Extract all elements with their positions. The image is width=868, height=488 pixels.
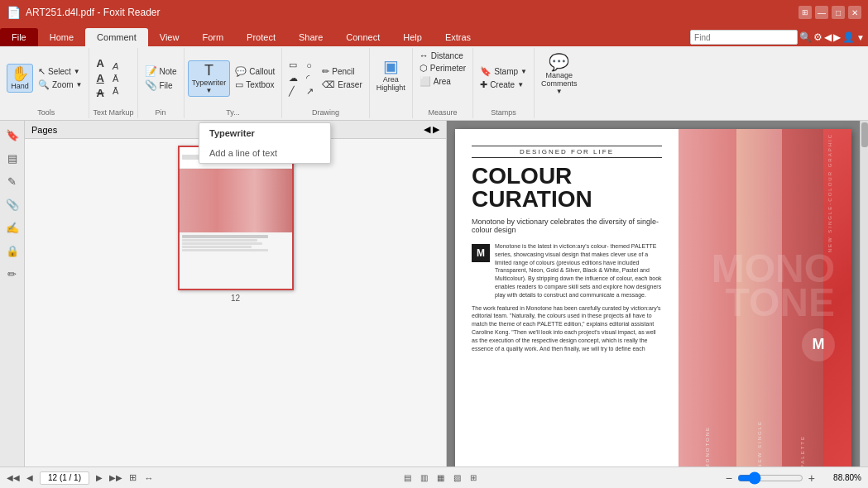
note-button[interactable]: 📝 Note	[141, 65, 180, 78]
arc-draw-button[interactable]: ◜	[303, 72, 317, 84]
cloud-icon: ☁	[289, 73, 298, 84]
manage-comments-button[interactable]: 💬 Manage Comments ▼	[538, 50, 581, 99]
nav-forward-icon[interactable]: ▶	[833, 31, 841, 43]
tab-home[interactable]: Home	[38, 28, 85, 46]
text-markup-btn-3[interactable]: A	[93, 86, 107, 100]
view-mode-icon-2[interactable]: ▥	[417, 471, 430, 485]
user-icon[interactable]: 👤	[842, 31, 855, 43]
typewriter-dropdown: Typewriter Add a line of text	[199, 122, 331, 164]
area-button[interactable]: ⬜ Area	[416, 75, 469, 88]
arrow-draw-button[interactable]: ↗	[303, 85, 317, 98]
search-icon[interactable]: 🔍	[799, 31, 812, 43]
view-mode-icon-3[interactable]: ▦	[434, 471, 447, 485]
tab-file[interactable]: File	[0, 28, 38, 46]
rect-draw-button[interactable]: ▭	[285, 59, 301, 71]
oval-icon: ○	[306, 60, 312, 70]
perimeter-button[interactable]: ⬡ Perimeter	[416, 62, 469, 74]
sidebar-prev-icon[interactable]: ◀	[424, 124, 430, 135]
text-markup-btn-1[interactable]: A	[93, 56, 107, 70]
tab-connect[interactable]: Connect	[334, 28, 391, 46]
note-icon: 📝	[145, 65, 157, 77]
dropdown-arrow-icon[interactable]: ▼	[856, 33, 865, 42]
zoom-slider[interactable]	[737, 473, 803, 483]
grid-icon[interactable]: ⊞	[798, 6, 812, 19]
line-draw-button[interactable]: ╱	[285, 85, 301, 98]
annotation-icon[interactable]: ✎	[3, 172, 22, 190]
typewriter-add-line-item[interactable]: Add a line of text	[199, 143, 330, 163]
settings-icon[interactable]: ⚙	[813, 31, 822, 43]
hand-button[interactable]: ✋ Hand	[7, 64, 33, 93]
typewriter-button[interactable]: T Typewriter ▼	[188, 60, 231, 97]
sidebar-next-icon[interactable]: ▶	[433, 124, 439, 135]
tab-share[interactable]: Share	[287, 28, 334, 46]
tab-help[interactable]: Help	[391, 28, 434, 46]
vertical-scrollbar[interactable]	[860, 121, 868, 466]
pdf-left-column: DESIGNED FOR LIFE COLOUR CURATION Monoto…	[455, 129, 679, 466]
view-mode-icon-4[interactable]: ▧	[450, 471, 463, 485]
pen-icon[interactable]: ✏	[3, 265, 22, 283]
statusbar-center: ▤ ▥ ▦ ▧ ⊞	[400, 471, 480, 485]
oval-draw-button[interactable]: ○	[303, 60, 317, 71]
signature-icon[interactable]: ✍	[3, 218, 22, 237]
bookmark-icon[interactable]: 🔖	[3, 126, 22, 144]
manage-dropdown-icon[interactable]: ▼	[556, 88, 563, 95]
area-highlight-button[interactable]: ▣ Area Highlight	[373, 50, 409, 99]
zoom-dropdown-icon[interactable]: ▼	[76, 81, 83, 89]
page-thumbnail[interactable]	[178, 146, 294, 290]
pencil-icon: ✏	[322, 66, 329, 77]
ribbon-group-measure: ↔ Distance ⬡ Perimeter ⬜ Area Measure	[413, 48, 473, 118]
page-input[interactable]	[40, 471, 89, 485]
lock-icon[interactable]: 🔒	[3, 242, 22, 260]
maximize-button[interactable]: □	[832, 6, 845, 19]
typewriter-dropdown-header[interactable]: Typewriter	[199, 123, 330, 143]
scrollbar-thumb[interactable]	[861, 122, 868, 147]
eraser-button[interactable]: ⌫ Eraser	[319, 79, 365, 91]
view-mode-icon-1[interactable]: ▤	[400, 471, 414, 485]
prev-page-step-button[interactable]: ◀	[23, 471, 36, 485]
next-page-button[interactable]: ▶▶	[109, 471, 122, 485]
nav-back-icon[interactable]: ◀	[824, 31, 832, 43]
next-page-step-button[interactable]: ▶	[93, 471, 106, 485]
tab-form[interactable]: Form	[190, 28, 235, 46]
cloud-draw-button[interactable]: ☁	[285, 72, 301, 84]
distance-button[interactable]: ↔ Distance	[416, 50, 469, 61]
pdf-viewer: DESIGNED FOR LIFE COLOUR CURATION Monoto…	[447, 121, 868, 466]
select-button[interactable]: ↖ Select ▼	[35, 65, 85, 78]
zoom-in-button[interactable]: +	[808, 471, 815, 485]
minimize-button[interactable]: —	[815, 6, 828, 19]
callout-button[interactable]: 💬 Callout	[232, 65, 278, 78]
stamp-dropdown-icon[interactable]: ▼	[520, 68, 527, 75]
zoom-out-button[interactable]: −	[726, 471, 732, 485]
strikethrough-a-icon: A	[96, 87, 103, 99]
tab-view[interactable]: View	[148, 28, 191, 46]
file-button[interactable]: 📎 File	[141, 79, 180, 92]
prev-page-button[interactable]: ◀◀	[7, 471, 20, 485]
text-markup-btn-5[interactable]: Ā	[109, 73, 122, 84]
fit-width-icon[interactable]: ↔	[142, 471, 156, 485]
pages-panel: Pages ◀ ▶	[25, 121, 447, 466]
search-input[interactable]	[690, 30, 798, 45]
textbox-button[interactable]: ▭ Textbox	[232, 79, 278, 91]
attachment-icon[interactable]: 📎	[3, 195, 22, 213]
text-markup-btn-6[interactable]: Ā	[109, 85, 122, 97]
create-dropdown-icon[interactable]: ▼	[517, 81, 524, 89]
view-mode-icon-5[interactable]: ⊞	[467, 471, 480, 485]
statusbar: ◀◀ ◀ ▶ ▶▶ ⊞ ↔ ▤ ▥ ▦ ▧ ⊞ − + 88.80%	[0, 466, 868, 488]
text-markup-btn-2[interactable]: A	[93, 71, 107, 85]
typewriter-dropdown-arrow[interactable]: ▼	[205, 87, 212, 94]
tab-extras[interactable]: Extras	[434, 28, 482, 46]
fit-page-icon[interactable]: ⊞	[126, 471, 139, 485]
text-markup-btn-4[interactable]: A	[109, 60, 122, 72]
create-button[interactable]: ✚ Create ▼	[477, 79, 530, 91]
line-icon: ╱	[289, 86, 295, 97]
zoom-icon: 🔍	[38, 79, 50, 90]
close-button[interactable]: ✕	[848, 6, 861, 19]
zoom-button[interactable]: 🔍 Zoom ▼	[35, 79, 85, 91]
tab-comment[interactable]: Comment	[85, 28, 148, 46]
pencil-button[interactable]: ✏ Pencil	[319, 65, 365, 78]
tab-protect[interactable]: Protect	[235, 28, 287, 46]
select-dropdown-icon[interactable]: ▼	[74, 68, 80, 75]
layers-icon[interactable]: ▤	[3, 149, 22, 167]
pdf-body2: The work featured in Monotone has been c…	[472, 304, 662, 353]
stamp-button[interactable]: 🔖 Stamp ▼	[477, 65, 530, 78]
